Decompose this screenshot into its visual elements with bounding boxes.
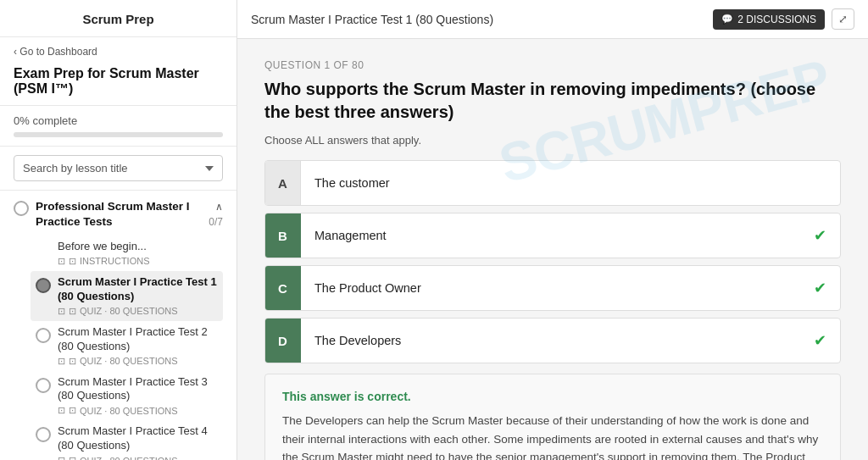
choose-all-label: Choose ALL answers that apply. bbox=[264, 134, 841, 147]
answer-option-d[interactable]: D The Developers ✔ bbox=[264, 318, 841, 363]
list-item[interactable]: Scrum Master I Practice Test 3 (80 Quest… bbox=[36, 371, 223, 421]
lesson-sub: ⊡ QUIZ · 80 QUESTIONS bbox=[58, 455, 223, 460]
lesson-content: Scrum Master I Practice Test 3 (80 Quest… bbox=[58, 375, 223, 417]
section-circle-icon bbox=[14, 201, 29, 216]
course-section: Professional Scrum Master I Practice Tes… bbox=[0, 191, 236, 460]
answer-option-b[interactable]: B Management ✔ bbox=[264, 213, 841, 258]
main-content: Scrum Master I Practice Test 1 (80 Quest… bbox=[237, 0, 868, 460]
lesson-title: Before we begin... bbox=[58, 240, 150, 254]
question-area: SCRUMPREP QUESTION 1 OF 80 Who supports … bbox=[237, 39, 868, 460]
progress-bar-track bbox=[14, 132, 223, 137]
check-icon-b: ✔ bbox=[800, 226, 840, 245]
lesson-list: Before we begin... ⊡ INSTRUCTIONS Scrum … bbox=[36, 236, 223, 460]
answer-letter-a: A bbox=[265, 161, 301, 205]
lesson-title: Scrum Master I Practice Test 2 (80 Quest… bbox=[58, 325, 223, 354]
answer-text-b: Management bbox=[301, 217, 800, 254]
quiz-icon: ⊡ bbox=[69, 405, 76, 416]
lesson-sub: ⊡ QUIZ · 80 QUESTIONS bbox=[58, 356, 223, 367]
feedback-text: The Developers can help the Scrum Master… bbox=[282, 412, 823, 460]
lesson-content: Before we begin... ⊡ INSTRUCTIONS bbox=[58, 240, 150, 267]
list-item[interactable]: Scrum Master I Practice Test 2 (80 Quest… bbox=[36, 321, 223, 371]
lesson-content: Scrum Master I Practice Test 1 (80 Quest… bbox=[58, 275, 218, 317]
lesson-content: Scrum Master I Practice Test 4 (80 Quest… bbox=[58, 424, 223, 460]
topbar-title: Scrum Master I Practice Test 1 (80 Quest… bbox=[251, 13, 493, 26]
course-section-header: Professional Scrum Master I Practice Tes… bbox=[14, 199, 223, 229]
quiz-icon: ⊡ bbox=[69, 455, 76, 460]
progress-label: 0% complete bbox=[14, 114, 223, 127]
section-name: Professional Scrum Master I Practice Tes… bbox=[36, 199, 209, 229]
feedback-correct: This answer is correct. bbox=[282, 390, 823, 403]
question-text: Who supports the Scrum Master in removin… bbox=[264, 78, 841, 124]
expand-button[interactable]: ⤢ bbox=[832, 8, 854, 30]
lesson-title: Scrum Master I Practice Test 3 (80 Quest… bbox=[58, 375, 223, 404]
lesson-sub: ⊡ QUIZ · 80 QUESTIONS bbox=[58, 306, 218, 317]
answer-letter-c: C bbox=[265, 266, 301, 310]
check-icon-d: ✔ bbox=[800, 331, 840, 350]
course-title: Exam Prep for Scrum Master (PSM I™) bbox=[0, 61, 236, 106]
answer-letter-b: B bbox=[265, 213, 301, 258]
search-select[interactable]: Search by lesson title bbox=[14, 155, 223, 181]
list-item[interactable]: Before we begin... ⊡ INSTRUCTIONS bbox=[36, 236, 223, 271]
answer-option-c[interactable]: C The Product Owner ✔ bbox=[264, 265, 841, 311]
lesson-sub: ⊡ INSTRUCTIONS bbox=[58, 256, 150, 267]
answer-text-c: The Product Owner bbox=[301, 269, 800, 307]
sidebar-title: Scrum Prep bbox=[0, 0, 236, 37]
course-section-title-wrap: Professional Scrum Master I Practice Tes… bbox=[14, 199, 209, 229]
lesson-sub: ⊡ QUIZ · 80 QUESTIONS bbox=[58, 405, 223, 416]
lesson-circle-icon bbox=[36, 328, 51, 343]
sidebar: Scrum Prep Go to Dashboard Exam Prep for… bbox=[0, 0, 237, 460]
top-bar: Scrum Master I Practice Test 1 (80 Quest… bbox=[237, 0, 868, 39]
list-item[interactable]: Scrum Master I Practice Test 4 (80 Quest… bbox=[36, 420, 223, 460]
lesson-circle-icon bbox=[36, 378, 51, 393]
answer-text-d: The Developers bbox=[301, 322, 800, 359]
progress-section: 0% complete bbox=[0, 106, 236, 147]
lesson-title: Scrum Master I Practice Test 4 (80 Quest… bbox=[58, 424, 223, 453]
feedback-box: This answer is correct. The Developers c… bbox=[264, 374, 841, 460]
quiz-icon: ⊡ bbox=[69, 306, 76, 317]
dashboard-link[interactable]: Go to Dashboard bbox=[0, 37, 236, 61]
answer-option-a[interactable]: A The customer bbox=[264, 160, 841, 206]
lesson-content: Scrum Master I Practice Test 2 (80 Quest… bbox=[58, 325, 223, 367]
instructions-icon: ⊡ bbox=[69, 256, 76, 267]
topbar-actions: 2 DISCUSSIONS ⤢ bbox=[713, 8, 854, 30]
answer-text-a: The customer bbox=[301, 164, 840, 202]
lesson-circle-icon bbox=[36, 427, 51, 442]
lesson-title: Scrum Master I Practice Test 1 (80 Quest… bbox=[58, 275, 218, 304]
list-item[interactable]: Scrum Master I Practice Test 1 (80 Quest… bbox=[31, 271, 223, 321]
search-section: Search by lesson title bbox=[0, 147, 236, 191]
quiz-icon: ⊡ bbox=[69, 356, 76, 367]
discussions-button[interactable]: 2 DISCUSSIONS bbox=[713, 9, 825, 30]
chevron-up-icon[interactable]: ∧ bbox=[215, 201, 223, 213]
check-icon-c: ✔ bbox=[800, 279, 840, 297]
lesson-circle-icon bbox=[36, 278, 51, 293]
section-count: 0/7 bbox=[209, 216, 223, 228]
question-counter: QUESTION 1 OF 80 bbox=[264, 59, 841, 71]
answer-letter-d: D bbox=[265, 319, 301, 363]
